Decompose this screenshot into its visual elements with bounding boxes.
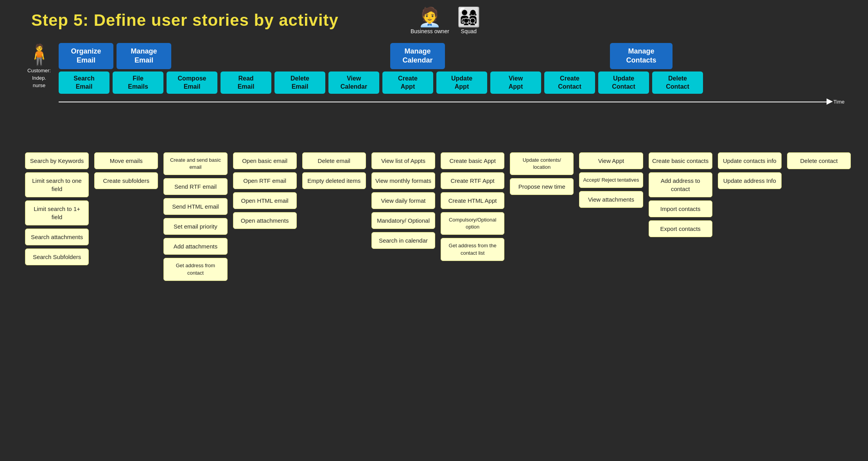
customer-icon: 🧍: [23, 43, 55, 67]
story-set-priority[interactable]: Set email priority: [163, 218, 227, 235]
column-file-emails: Move emails Create subfolders: [93, 152, 160, 281]
story-limit-one-field[interactable]: Limit search to one field: [25, 172, 89, 197]
column-view-appt: View Appt Accept/ Reject tentatives View…: [577, 152, 644, 281]
activity-view-calendar[interactable]: ViewCalendar: [328, 71, 379, 94]
customer-figure: 🧍 Customer:Indep.nurse: [23, 43, 55, 89]
story-view-appt[interactable]: View Appt: [579, 152, 643, 169]
activity-compose-email[interactable]: ComposeEmail: [167, 71, 217, 94]
column-view-calendar: View list of Appts View monthly formats …: [370, 152, 437, 281]
story-limit-multi-field[interactable]: Limit search to 1+ field: [25, 200, 89, 225]
squad-label: Squad: [461, 28, 477, 34]
customer-label: Customer:Indep.nurse: [27, 68, 51, 88]
story-create-html-appt[interactable]: Create HTML Appt: [441, 192, 504, 209]
squad-icon: 👨‍👩‍👧‍👦: [457, 8, 481, 27]
timeline: Time: [59, 97, 845, 106]
activity-create-appt[interactable]: CreateAppt: [382, 71, 433, 94]
story-open-attachments[interactable]: Open attachments: [233, 212, 297, 229]
story-get-address-contact-list[interactable]: Get address from the contact list: [441, 238, 504, 261]
activity-delete-email[interactable]: DeleteEmail: [274, 71, 325, 94]
story-create-basic-appt[interactable]: Create basic Appt: [441, 152, 504, 169]
story-get-address-contact[interactable]: Get address from contact: [163, 258, 227, 281]
story-view-attachments[interactable]: View attachments: [579, 191, 643, 208]
activity-update-appt[interactable]: UpdateAppt: [436, 71, 487, 94]
column-create-appt: Create basic Appt Create RTF Appt Create…: [439, 152, 506, 281]
story-move-emails[interactable]: Move emails: [94, 152, 158, 169]
story-accept-reject[interactable]: Accept/ Reject tentatives: [579, 172, 643, 188]
story-create-rtf-appt[interactable]: Create RTF Appt: [441, 172, 504, 189]
story-delete-contact[interactable]: Delete contact: [787, 152, 851, 169]
column-read-email: Open basic email Open RTF email Open HTM…: [231, 152, 298, 281]
epic-manage-email[interactable]: ManageEmail: [117, 43, 171, 69]
column-update-contact: Update contacts info Update address Info: [716, 152, 783, 281]
story-open-basic-email[interactable]: Open basic email: [233, 152, 297, 169]
story-add-address-contact[interactable]: Add address to contact: [649, 172, 712, 197]
activity-file-emails[interactable]: FileEmails: [113, 71, 163, 94]
story-search-keywords[interactable]: Search by Keywords: [25, 152, 89, 169]
story-open-html-email[interactable]: Open HTML email: [233, 192, 297, 209]
column-create-contact: Create basic contacts Add address to con…: [647, 152, 714, 281]
column-delete-contact: Delete contact: [786, 152, 852, 281]
timeline-arrow: [827, 98, 833, 105]
story-view-daily[interactable]: View daily format: [371, 192, 435, 209]
story-update-contents[interactable]: Update contents/ location: [510, 152, 574, 175]
story-propose-new-time[interactable]: Propose new time: [510, 178, 574, 195]
activity-create-contact[interactable]: CreateContact: [544, 71, 595, 94]
timeline-line: [59, 102, 829, 102]
story-view-list-appts[interactable]: View list of Appts: [371, 152, 435, 169]
persona-business-owner: 🧑‍💼 Business owner: [411, 8, 449, 34]
story-create-send-basic[interactable]: Create and send basic email: [163, 152, 227, 175]
story-update-contacts-info[interactable]: Update contacts info: [718, 152, 782, 169]
column-delete-email: Delete email Empty deleted items: [301, 152, 368, 281]
story-create-subfolders[interactable]: Create subfolders: [94, 172, 158, 189]
timeline-label: Time: [834, 99, 845, 105]
persona-squad: 👨‍👩‍👧‍👦 Squad: [457, 8, 481, 34]
story-view-monthly[interactable]: View monthly formats: [371, 172, 435, 189]
stories-grid: Search by Keywords Limit search to one f…: [23, 152, 852, 281]
story-export-contacts[interactable]: Export contacts: [649, 220, 712, 237]
activity-row: SearchEmail FileEmails ComposeEmail Read…: [59, 71, 845, 94]
story-search-attachments[interactable]: Search attachments: [25, 229, 89, 245]
story-empty-deleted[interactable]: Empty deleted items: [302, 172, 366, 189]
story-compulsory-optional[interactable]: Compulsory/Optional option: [441, 212, 504, 235]
activity-delete-contact[interactable]: DeleteContact: [652, 71, 703, 94]
column-update-appt: Update contents/ location Propose new ti…: [508, 152, 575, 281]
epic-manage-contacts[interactable]: ManageContacts: [610, 43, 673, 69]
story-send-rtf[interactable]: Send RTF email: [163, 178, 227, 195]
story-open-rtf-email[interactable]: Open RTF email: [233, 172, 297, 189]
story-send-html[interactable]: Send HTML email: [163, 198, 227, 215]
column-compose-email: Create and send basic email Send RTF ema…: [162, 152, 229, 281]
activity-section: 🧍 Customer:Indep.nurse OrganizeEmail Man…: [23, 43, 845, 113]
story-add-attachments[interactable]: Add attachments: [163, 238, 227, 255]
epic-row: OrganizeEmail ManageEmail ManageCalendar…: [59, 43, 845, 69]
epic-manage-calendar[interactable]: ManageCalendar: [390, 43, 445, 69]
activity-search-email[interactable]: SearchEmail: [59, 71, 109, 94]
story-search-calendar[interactable]: Search in calendar: [371, 232, 435, 249]
story-mandatory-optional[interactable]: Mandatory/ Optional: [371, 212, 435, 229]
story-delete-email[interactable]: Delete email: [302, 152, 366, 169]
epic-organize-email[interactable]: OrganizeEmail: [59, 43, 113, 69]
personas-container: 🧑‍💼 Business owner 👨‍👩‍👧‍👦 Squad: [411, 8, 481, 34]
story-import-contacts[interactable]: Import contacts: [649, 200, 712, 217]
activity-read-email[interactable]: ReadEmail: [221, 71, 271, 94]
activity-view-appt[interactable]: ViewAppt: [490, 71, 541, 94]
story-update-address-info[interactable]: Update address Info: [718, 172, 782, 189]
story-create-basic-contacts[interactable]: Create basic contacts: [649, 152, 712, 169]
column-search-email: Search by Keywords Limit search to one f…: [23, 152, 90, 281]
story-search-subfolders[interactable]: Search Subfolders: [25, 248, 89, 265]
business-owner-label: Business owner: [411, 28, 449, 34]
activity-update-contact[interactable]: UpdateContact: [598, 71, 649, 94]
business-owner-icon: 🧑‍💼: [418, 8, 441, 27]
